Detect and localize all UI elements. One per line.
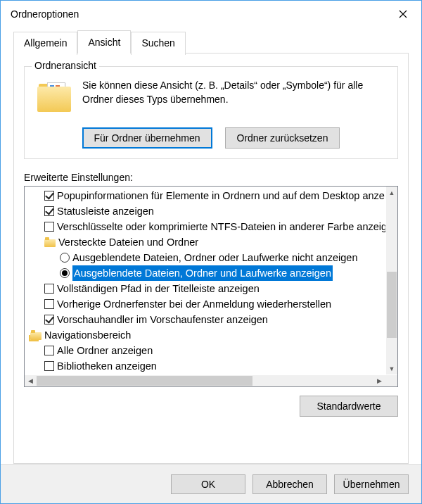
checkbox-icon[interactable]: [44, 361, 54, 371]
scroll-thumb[interactable]: [387, 272, 397, 338]
checkbox-icon[interactable]: [44, 284, 54, 294]
tree-item[interactable]: Versteckte Dateien und Ordner: [26, 234, 385, 250]
tree-item-label: Bibliotheken anzeigen: [57, 358, 157, 374]
tree-item-label: Statusleiste anzeigen: [57, 203, 154, 219]
restore-defaults-button[interactable]: Standardwerte: [300, 396, 398, 417]
tree-item[interactable]: Ausgeblendete Dateien, Ordner und Laufwe…: [26, 265, 385, 281]
tree-item-label: Versteckte Dateien und Ordner: [58, 234, 198, 250]
tab-strip: Allgemein Ansicht Suchen: [13, 30, 409, 53]
checkbox-icon[interactable]: [44, 191, 54, 201]
tree-item-label: Vollständigen Pfad in der Titelleiste an…: [57, 281, 260, 296]
hscroll-track[interactable]: [37, 375, 373, 386]
hscroll-thumb[interactable]: [37, 376, 252, 386]
close-button[interactable]: [388, 4, 418, 25]
horizontal-scrollbar[interactable]: ◀ ▶: [25, 374, 397, 386]
titlebar: Ordneroptionen: [1, 1, 421, 27]
folder-view-group: Ordneransicht Sie können diese Ansicht (…: [24, 66, 398, 159]
tree-item-label: Vorschauhandler im Vorschaufenster anzei…: [57, 312, 268, 327]
vertical-scrollbar[interactable]: ▲ ▼: [385, 187, 397, 374]
checkbox-icon[interactable]: [44, 222, 54, 232]
scroll-right-icon[interactable]: ▶: [373, 375, 385, 386]
tree-item[interactable]: Ausgeblendete Dateien, Ordner oder Laufw…: [26, 250, 385, 265]
advanced-settings-label: Erweiterte Einstellungen:: [24, 172, 398, 183]
scroll-track[interactable]: [386, 199, 397, 363]
defaults-row: Standardwerte: [24, 396, 398, 417]
tab-panel-view: Ordneransicht Sie können diese Ansicht (…: [13, 53, 409, 464]
tree-item[interactable]: Vorherige Ordnerfenster bei der Anmeldun…: [26, 296, 385, 312]
tree-item[interactable]: Navigationsbereich: [26, 327, 385, 343]
tree-item-label: Navigationsbereich: [44, 327, 131, 343]
tree-item[interactable]: Verschlüsselte oder komprimierte NTFS-Da…: [26, 219, 385, 234]
folder-icon: [37, 81, 71, 115]
radio-icon[interactable]: [60, 268, 70, 278]
tree-item[interactable]: Statusleiste anzeigen: [26, 203, 385, 219]
tree-list[interactable]: Popupinformationen für Elemente in Ordne…: [25, 187, 385, 374]
ok-button[interactable]: OK: [171, 474, 245, 494]
folder-view-legend: Ordneransicht: [32, 60, 99, 71]
tree-item-label: Ausgeblendete Dateien, Ordner und Laufwe…: [72, 265, 333, 281]
scroll-corner: [385, 375, 397, 386]
dialog-window: Ordneroptionen Allgemein Ansicht Suchen …: [0, 0, 422, 504]
tab-general[interactable]: Allgemein: [13, 32, 77, 55]
folder-view-row: Sie können diese Ansicht (z. B. „Details…: [33, 78, 389, 115]
apply-button[interactable]: Übernehmen: [334, 474, 409, 494]
scroll-down-icon[interactable]: ▼: [386, 363, 397, 374]
reset-folders-button[interactable]: Ordner zurücksetzen: [225, 127, 340, 149]
dialog-buttons: OK Abbrechen Übernehmen: [1, 464, 421, 503]
radio-icon[interactable]: [60, 253, 70, 263]
checkbox-icon[interactable]: [44, 206, 54, 216]
tree-item-label: Vorherige Ordnerfenster bei der Anmeldun…: [57, 296, 331, 312]
tree-item[interactable]: Vorschauhandler im Vorschaufenster anzei…: [26, 312, 385, 327]
cancel-button[interactable]: Abbrechen: [252, 474, 327, 494]
folder-view-description: Sie können diese Ansicht (z. B. „Details…: [82, 78, 389, 115]
folder-icon: [30, 330, 41, 340]
apply-to-folders-button[interactable]: Für Ordner übernehmen: [82, 127, 212, 149]
folder-view-buttons: Für Ordner übernehmen Ordner zurücksetze…: [33, 127, 389, 149]
tab-search[interactable]: Suchen: [131, 32, 185, 55]
advanced-settings-tree: Popupinformationen für Elemente in Ordne…: [24, 186, 398, 387]
tree-item-label: Verschlüsselte oder komprimierte NTFS-Da…: [57, 219, 385, 234]
tree-item[interactable]: Vollständigen Pfad in der Titelleiste an…: [26, 281, 385, 296]
scroll-up-icon[interactable]: ▲: [386, 187, 397, 199]
tree-item-label: Ausgeblendete Dateien, Ordner oder Laufw…: [72, 250, 357, 265]
folder-icon: [44, 237, 56, 247]
scroll-left-icon[interactable]: ◀: [25, 375, 37, 386]
tab-view[interactable]: Ansicht: [77, 30, 131, 53]
tree-item[interactable]: Bibliotheken anzeigen: [26, 358, 385, 374]
checkbox-icon[interactable]: [44, 299, 54, 309]
tree-item[interactable]: Alle Ordner anzeigen: [26, 343, 385, 358]
checkbox-icon[interactable]: [44, 346, 54, 355]
window-title: Ordneroptionen: [11, 8, 79, 20]
tree-item-label: Alle Ordner anzeigen: [57, 343, 153, 358]
close-icon: [399, 10, 407, 18]
tree-item-label: Popupinformationen für Elemente in Ordne…: [57, 188, 385, 203]
content-area: Allgemein Ansicht Suchen Ordneransicht S…: [1, 27, 421, 464]
tree-item[interactable]: Popupinformationen für Elemente in Ordne…: [26, 188, 385, 203]
checkbox-icon[interactable]: [44, 315, 54, 325]
